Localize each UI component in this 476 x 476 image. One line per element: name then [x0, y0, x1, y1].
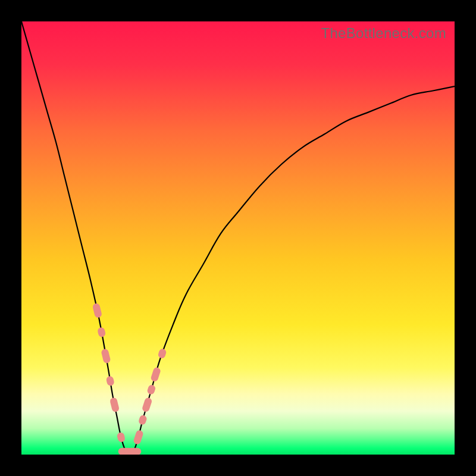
chart-frame: TheBottleneck.com — [0, 0, 476, 476]
marker-pill — [127, 448, 141, 455]
marker-pill — [157, 348, 167, 359]
marker-pill — [92, 303, 102, 318]
marker-pill — [133, 430, 144, 446]
marker-pill — [97, 327, 107, 337]
marker-pill — [101, 348, 111, 364]
marker-pill — [109, 397, 120, 412]
marker-pill — [150, 367, 161, 383]
marker-pill — [105, 375, 115, 386]
curve-path — [21, 21, 455, 455]
marker-pill — [142, 397, 153, 413]
watermark-text: TheBottleneck.com — [321, 25, 446, 42]
marker-pill — [138, 414, 148, 425]
plot-area: TheBottleneck.com — [21, 21, 455, 455]
bottleneck-curve — [21, 21, 455, 455]
data-markers — [92, 303, 167, 455]
marker-pill — [117, 432, 126, 443]
marker-pill — [146, 384, 156, 395]
